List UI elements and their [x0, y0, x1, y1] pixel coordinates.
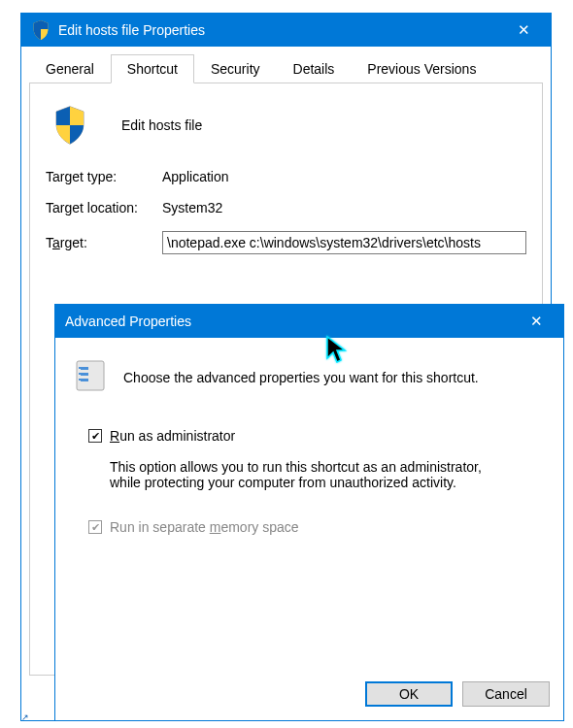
separate-memory-label: Run in separate memory space: [110, 519, 299, 535]
dialog-button-row: OK Cancel: [55, 681, 563, 720]
target-location-label: Target location:: [46, 200, 162, 215]
tab-security[interactable]: Security: [194, 54, 277, 83]
dialog-title: Advanced Properties: [65, 314, 517, 329]
close-icon[interactable]: ✕: [517, 313, 556, 330]
properties-icon: [75, 359, 106, 395]
advanced-properties-dialog: Advanced Properties ✕ Choose the advance…: [54, 304, 564, 721]
tab-shortcut[interactable]: Shortcut: [111, 54, 194, 83]
run-as-admin-description: This option allows you to run this short…: [110, 459, 515, 490]
svg-rect-4: [79, 367, 81, 369]
target-type-value: Application: [162, 169, 526, 184]
target-input[interactable]: [162, 231, 526, 254]
shield-icon: [51, 105, 88, 146]
tab-previous-versions[interactable]: Previous Versions: [351, 54, 492, 83]
target-location-value: System32: [162, 200, 526, 215]
tab-details[interactable]: Details: [277, 54, 352, 83]
run-as-admin-checkbox[interactable]: Run as administrator: [88, 428, 544, 444]
svg-rect-3: [81, 379, 88, 381]
svg-rect-6: [79, 379, 81, 381]
svg-rect-5: [79, 373, 81, 375]
cancel-button[interactable]: Cancel: [462, 681, 550, 707]
shortcut-name: Edit hosts file: [121, 117, 202, 133]
separate-memory-checkbox: Run in separate memory space: [88, 519, 544, 535]
ok-button[interactable]: OK: [365, 681, 453, 707]
titlebar[interactable]: Advanced Properties ✕: [55, 305, 563, 338]
target-label: Target:: [46, 235, 162, 250]
checkbox-icon: [88, 429, 102, 443]
close-icon[interactable]: ✕: [504, 21, 543, 39]
titlebar[interactable]: ↗ Edit hosts file Properties ✕: [21, 14, 551, 47]
window-title: Edit hosts file Properties: [58, 22, 504, 38]
tab-general[interactable]: General: [29, 54, 111, 83]
run-as-admin-label: Run as administrator: [110, 428, 235, 444]
dialog-intro: Choose the advanced properties you want …: [123, 370, 479, 385]
checkbox-icon: [88, 520, 102, 534]
target-type-label: Target type:: [46, 169, 162, 184]
shield-icon: ↗: [31, 19, 51, 41]
svg-rect-1: [81, 367, 88, 370]
tab-strip: General Shortcut Security Details Previo…: [29, 54, 543, 83]
svg-rect-2: [81, 373, 88, 376]
dialog-body: Choose the advanced properties you want …: [55, 338, 563, 681]
